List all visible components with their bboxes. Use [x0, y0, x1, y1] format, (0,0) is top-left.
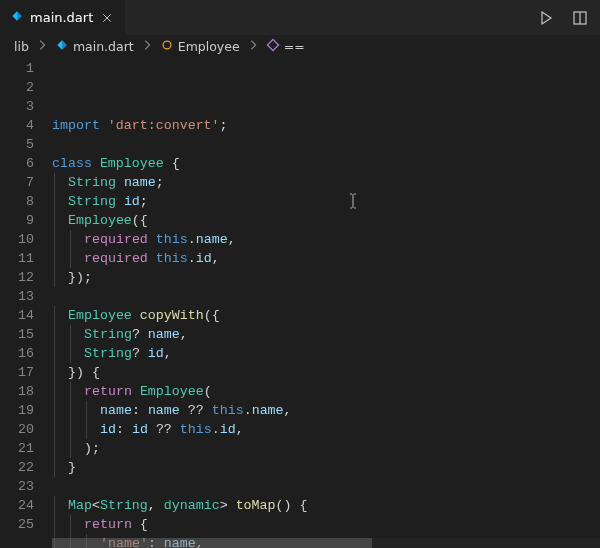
code-editor[interactable]: 1234567891011121314151617181920212223242…: [0, 57, 600, 548]
token-func: toMap: [236, 498, 276, 513]
line-number: 14: [0, 306, 34, 325]
code-line[interactable]: String name;: [52, 173, 600, 192]
scrollbar-thumb[interactable]: [52, 538, 372, 548]
token-punct: [148, 232, 156, 247]
code-line[interactable]: [52, 287, 600, 306]
code-line[interactable]: Employee({: [52, 211, 600, 230]
breadcrumb-label: Employee: [178, 39, 240, 54]
token-var: name: [196, 232, 228, 247]
code-area[interactable]: import 'dart:convert';class Employee {St…: [52, 57, 600, 548]
token-punct: :: [132, 403, 148, 418]
chevron-right-icon: [246, 38, 260, 55]
indent-guide: [54, 363, 55, 382]
code-line[interactable]: }: [52, 458, 600, 477]
token-type: Employee: [68, 308, 132, 323]
code-line[interactable]: String? name,: [52, 325, 600, 344]
token-punct: [180, 403, 188, 418]
token-punct: });: [68, 270, 92, 285]
code-line[interactable]: import 'dart:convert';: [52, 116, 600, 135]
line-number: 11: [0, 249, 34, 268]
code-line[interactable]: required this.id,: [52, 249, 600, 268]
code-line[interactable]: return {: [52, 515, 600, 534]
line-number: 22: [0, 458, 34, 477]
token-control: required: [84, 232, 148, 247]
split-editor-icon[interactable]: [570, 8, 590, 28]
token-var: id: [132, 422, 148, 437]
indent-guide: [54, 401, 55, 420]
token-this: this: [156, 251, 188, 266]
close-icon[interactable]: [99, 10, 115, 26]
indent-guide: [70, 439, 71, 458]
token-op: ??: [156, 422, 172, 437]
indent-guide: [54, 496, 55, 515]
token-punct: (: [204, 384, 212, 399]
token-punct: .: [212, 422, 220, 437]
token-punct: [116, 194, 124, 209]
code-line[interactable]: Map<String, dynamic> toMap() {: [52, 496, 600, 515]
token-punct: .: [188, 251, 196, 266]
code-line[interactable]: [52, 477, 600, 496]
line-number: 8: [0, 192, 34, 211]
indent-guide: [70, 325, 71, 344]
code-line[interactable]: );: [52, 439, 600, 458]
token-punct: ?: [132, 346, 148, 361]
token-var: id: [220, 422, 236, 437]
token-type: String: [84, 327, 132, 342]
code-line[interactable]: Employee copyWith({: [52, 306, 600, 325]
token-func: copyWith: [140, 308, 204, 323]
line-number: 1: [0, 59, 34, 78]
code-line[interactable]: id: id ?? this.id,: [52, 420, 600, 439]
line-number: 7: [0, 173, 34, 192]
code-line[interactable]: String? id,: [52, 344, 600, 363]
token-string: 'dart:convert': [108, 118, 220, 133]
indent-guide: [54, 382, 55, 401]
breadcrumb-seg-method[interactable]: ==: [266, 38, 305, 55]
run-icon[interactable]: [536, 8, 556, 28]
token-punct: }: [68, 460, 76, 475]
token-punct: ,: [148, 498, 164, 513]
token-punct: ,: [236, 422, 244, 437]
indent-guide: [54, 173, 55, 192]
code-line[interactable]: }) {: [52, 363, 600, 382]
token-control: return: [84, 517, 132, 532]
indent-guide: [54, 306, 55, 325]
line-number: 10: [0, 230, 34, 249]
token-punct: ,: [180, 327, 188, 342]
line-number: 3: [0, 97, 34, 116]
token-punct: ,: [212, 251, 220, 266]
breadcrumb[interactable]: lib main.dart Employee ==: [0, 35, 600, 57]
line-number: 6: [0, 154, 34, 173]
tab-main-dart[interactable]: main.dart: [0, 0, 126, 35]
breadcrumb-seg-class[interactable]: Employee: [160, 38, 240, 55]
code-line[interactable]: });: [52, 268, 600, 287]
breadcrumb-seg-lib[interactable]: lib: [14, 39, 29, 54]
line-number: 25: [0, 515, 34, 534]
token-var: id: [196, 251, 212, 266]
line-number-gutter: 1234567891011121314151617181920212223242…: [0, 57, 52, 548]
token-punct: ;: [140, 194, 148, 209]
code-line[interactable]: required this.name,: [52, 230, 600, 249]
indent-guide: [54, 420, 55, 439]
code-line[interactable]: return Employee(: [52, 382, 600, 401]
svg-point-2: [163, 41, 171, 49]
code-line[interactable]: class Employee {: [52, 154, 600, 173]
line-number: 21: [0, 439, 34, 458]
horizontal-scrollbar[interactable]: [52, 538, 600, 548]
code-line[interactable]: String id;: [52, 192, 600, 211]
token-punct: {: [164, 156, 180, 171]
dart-file-icon: [10, 9, 24, 26]
token-punct: [172, 422, 180, 437]
indent-guide: [54, 249, 55, 268]
breadcrumb-label: ==: [284, 39, 305, 54]
tab-bar: main.dart: [0, 0, 600, 35]
indent-guide: [86, 420, 87, 439]
breadcrumb-seg-file[interactable]: main.dart: [55, 38, 134, 55]
token-type: Employee: [140, 384, 204, 399]
editor-root: main.dart lib main.dart: [0, 0, 600, 548]
token-punct: <: [92, 498, 100, 513]
token-type: Employee: [100, 156, 164, 171]
token-this: this: [156, 232, 188, 247]
line-number: 24: [0, 496, 34, 515]
code-line[interactable]: name: name ?? this.name,: [52, 401, 600, 420]
code-line[interactable]: [52, 135, 600, 154]
